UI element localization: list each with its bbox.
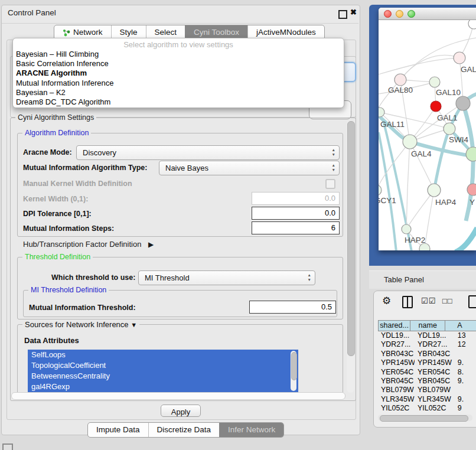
manual-kernel-width-checkbox[interactable] <box>325 179 335 189</box>
attribute-list-scrollbar-thumb[interactable] <box>291 352 297 380</box>
table-cell[interactable]: 12 <box>455 340 476 349</box>
table-cell[interactable]: YBL079W <box>378 386 415 394</box>
column-header[interactable]: shared... <box>379 321 410 331</box>
table-cell[interactable]: YBL079W <box>415 386 455 394</box>
float-panel-icon[interactable] <box>338 10 347 19</box>
data-attribute-item[interactable]: BetweennessCentrality <box>28 371 298 381</box>
algorithm-option[interactable]: Bayesian – Hill Climbing <box>16 50 341 59</box>
data-attribute-item[interactable]: gal4RGexp <box>28 381 298 392</box>
sources-group-title[interactable]: Sources for Network Inference ▼ <box>22 320 139 329</box>
table-cell[interactable]: YLR345W <box>378 395 415 404</box>
network-node[interactable] <box>467 184 476 195</box>
tab-impute-data[interactable]: Impute Data <box>88 423 148 437</box>
table-cell[interactable]: YPR145W <box>378 358 415 367</box>
network-node[interactable] <box>454 52 465 64</box>
manual-kernel-width-label: Manual Kernel Width Definition <box>23 180 132 188</box>
table-horizontal-scrollbar-thumb[interactable] <box>380 415 468 422</box>
column-header[interactable]: name <box>410 321 445 331</box>
table-cell[interactable]: YDL19... <box>415 331 455 340</box>
table-cell[interactable]: YER054C <box>415 368 455 377</box>
mi-algorithm-type-value: Naive Bayes <box>165 164 208 172</box>
mi-algorithm-type-combobox[interactable]: Naive Bayes ▲▼ <box>159 161 340 175</box>
mi-steps-field[interactable]: 6 <box>252 221 340 234</box>
settings-horizontal-scrollbar[interactable] <box>11 392 345 400</box>
table-row[interactable]: YLR345WYLR345W9. <box>378 395 476 404</box>
table-cell[interactable]: YBR043C <box>378 350 415 358</box>
table-cell[interactable]: 9 <box>455 404 476 410</box>
table-cell[interactable]: YPR145W <box>415 358 455 367</box>
network-node[interactable] <box>456 96 470 110</box>
table-cell[interactable]: YLR345W <box>415 395 455 404</box>
data-attribute-item[interactable]: SelfLoops <box>28 350 298 360</box>
network-node[interactable] <box>428 184 441 197</box>
table-cell[interactable]: YDL19... <box>378 331 415 340</box>
combo-spinner-icon: ▲▼ <box>308 273 311 282</box>
kernel-width-field[interactable]: 0.0 <box>252 192 340 205</box>
table-cell[interactable]: YER054C <box>378 368 415 377</box>
select-all-columns-icon[interactable]: ☑☑ <box>421 296 436 305</box>
algorithm-option[interactable]: Mutual Information Inference <box>16 79 341 88</box>
table-cell[interactable]: YIL052C <box>415 404 455 410</box>
show-columns-icon[interactable] <box>402 296 413 308</box>
close-window-icon[interactable] <box>384 10 392 18</box>
table-row[interactable]: YDL19...YDL19...13 <box>378 331 476 340</box>
threshold-definition-title: Threshold Definition <box>22 253 93 261</box>
table-row[interactable]: YER054CYER054C8. <box>378 368 476 377</box>
table-row[interactable]: YIL052CYIL052C9 <box>378 404 476 410</box>
minimized-panel-icon[interactable] <box>2 444 13 450</box>
table-row[interactable]: YBL079WYBL079W <box>378 386 476 394</box>
network-node[interactable] <box>379 107 384 117</box>
algorithm-option[interactable]: ARACNE Algorithm <box>16 69 341 78</box>
table-cell[interactable]: YIL052C <box>378 404 415 410</box>
table-cell[interactable]: YBR045C <box>415 377 455 386</box>
network-frame-titlebar[interactable] <box>379 8 476 20</box>
data-attributes-list[interactable]: SelfLoopsTopologicalCoefficientBetweenne… <box>28 350 298 392</box>
table-cell[interactable]: 9. <box>455 395 476 404</box>
tab-infer-network[interactable]: Infer Network <box>219 423 283 437</box>
hub-tf-definition-expander[interactable]: Hub/Transcription Factor Definition ▶ <box>23 240 154 249</box>
network-node[interactable] <box>403 135 417 149</box>
table-cell[interactable]: YDR27... <box>415 340 455 349</box>
which-threshold-combobox[interactable]: MI Threshold ▲▼ <box>138 270 315 285</box>
algorithm-option[interactable]: Bayesian – K2 <box>16 88 341 97</box>
network-node[interactable] <box>429 77 440 87</box>
network-node[interactable] <box>402 224 411 234</box>
apply-button[interactable]: Apply <box>161 405 201 417</box>
table-cell[interactable]: YBR045C <box>378 377 415 386</box>
aracne-mode-combobox[interactable]: Discovery ▲▼ <box>76 145 340 160</box>
table-cell[interactable] <box>455 350 476 358</box>
table-horizontal-scrollbar-track[interactable] <box>378 415 472 421</box>
table-row[interactable]: YPR145WYPR145W9. <box>378 358 476 367</box>
export-table-icon[interactable] <box>468 295 476 308</box>
table-cell[interactable]: 9. <box>455 358 476 367</box>
table-cell[interactable]: YDR27... <box>378 340 415 349</box>
table-cell[interactable] <box>455 386 476 394</box>
minimize-window-icon[interactable] <box>396 10 403 18</box>
table-row[interactable]: YBR043CYBR043C <box>378 350 476 358</box>
network-node[interactable] <box>468 20 476 29</box>
network-canvas[interactable]: GALGAL80GAL10GAL1GAL11GAL4SWI4GCY1HAP4YH… <box>379 20 476 250</box>
table-cell[interactable]: 13 <box>455 331 476 340</box>
tab-discretize-data[interactable]: Discretize Data <box>148 423 220 437</box>
gear-icon[interactable]: ⚙ <box>382 295 391 307</box>
column-header[interactable]: A <box>445 321 476 331</box>
close-panel-icon[interactable]: ✖ <box>350 8 357 17</box>
dpi-tolerance-field[interactable]: 0.0 <box>252 207 340 220</box>
unselect-all-columns-icon[interactable]: □□ <box>442 296 453 305</box>
settings-scrollbar-thumb[interactable] <box>347 121 355 356</box>
network-node[interactable] <box>431 101 441 112</box>
table-cell[interactable]: YBR043C <box>415 350 455 358</box>
network-node[interactable] <box>379 185 382 195</box>
combo-spinner-icon: ▲▼ <box>332 148 335 157</box>
table-cell[interactable]: 9. <box>455 377 476 386</box>
algorithm-option[interactable]: Dream8 DC_TDC Algorithm <box>16 97 341 107</box>
table-row[interactable]: YDR27...YDR27...12 <box>378 340 476 349</box>
network-node[interactable] <box>395 74 406 86</box>
zoom-window-icon[interactable] <box>407 10 415 18</box>
algorithm-option[interactable]: Basic Correlation Inference <box>16 59 341 69</box>
mi-threshold-field[interactable]: 0.5 <box>249 301 336 314</box>
table-cell[interactable]: 8. <box>455 368 476 377</box>
table-row[interactable]: YBR045CYBR045C9. <box>378 377 476 386</box>
network-node[interactable] <box>444 123 455 135</box>
data-attribute-item[interactable]: TopologicalCoefficient <box>28 360 298 371</box>
